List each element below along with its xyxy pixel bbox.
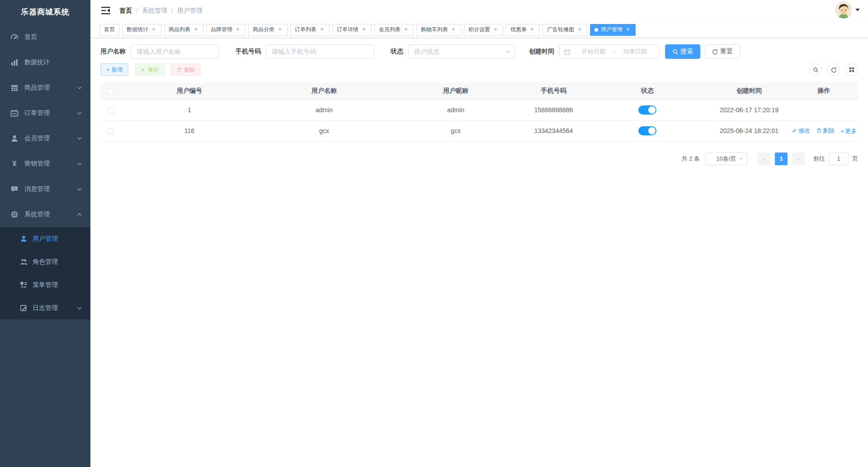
tab-product-category[interactable]: 商品分类×: [248, 24, 288, 36]
refresh-icon: [712, 49, 718, 55]
close-icon[interactable]: ×: [529, 27, 535, 33]
message-icon: [10, 185, 19, 193]
sidebar: 乐器商城系统 首页 数据统计 商品管理: [0, 0, 90, 467]
close-icon[interactable]: ×: [193, 27, 199, 33]
tab-product-list[interactable]: 商品列表×: [164, 24, 203, 36]
breadcrumb-separator: /: [171, 7, 173, 14]
page-size-select[interactable]: 10条/页: [705, 152, 747, 165]
sidebar-item-home[interactable]: 首页: [0, 24, 90, 50]
row-delete-link[interactable]: 删除: [816, 127, 835, 135]
cell-user-phone: 13342344564: [521, 120, 586, 141]
close-icon[interactable]: ×: [625, 27, 631, 33]
add-button[interactable]: + 新增: [100, 63, 128, 76]
chevron-down-icon: [77, 305, 82, 311]
dashboard-icon: [10, 33, 19, 41]
tab-brand-management[interactable]: 品牌管理×: [206, 24, 245, 36]
close-icon[interactable]: ×: [235, 27, 241, 33]
row-checkbox[interactable]: [108, 128, 114, 134]
gear-icon: [10, 210, 19, 219]
close-icon[interactable]: ×: [492, 27, 499, 33]
sidebar-item-menu-management[interactable]: 菜单管理: [0, 273, 90, 296]
row-checkbox[interactable]: [108, 107, 114, 114]
tab-home[interactable]: 首页: [99, 24, 119, 36]
status-select[interactable]: [408, 44, 515, 59]
tab-member-list[interactable]: 会员列表×: [374, 24, 414, 36]
tab-ad-carousel[interactable]: 广告轮播图×: [542, 24, 587, 36]
status-toggle[interactable]: [638, 105, 656, 114]
search-icon: [813, 67, 819, 73]
sidebar-item-label: 会员管理: [24, 134, 50, 143]
sidebar-item-members[interactable]: 会员管理: [0, 126, 90, 151]
breadcrumb: 首页 / 系统管理 / 用户管理: [119, 7, 203, 15]
chevron-down-icon: [739, 156, 744, 161]
cell-user-nick: admin: [391, 100, 521, 120]
close-icon[interactable]: ×: [277, 27, 283, 33]
sidebar-item-stats[interactable]: 数据统计: [0, 50, 90, 75]
close-icon[interactable]: ×: [361, 27, 367, 33]
column-header-created: 创建时间: [708, 82, 790, 100]
sidebar-item-products[interactable]: 商品管理: [0, 75, 90, 100]
page-suffix-label: 页: [852, 155, 858, 163]
column-settings-button[interactable]: [845, 63, 858, 76]
breadcrumb-system[interactable]: 系统管理: [142, 7, 167, 15]
date-start-placeholder: 开始日期: [574, 48, 613, 56]
username-input[interactable]: [131, 44, 219, 59]
close-icon[interactable]: ×: [450, 27, 457, 33]
breadcrumb-home[interactable]: 首页: [119, 7, 132, 15]
tab-order-list[interactable]: 订单列表×: [290, 24, 330, 36]
avatar-caret-down-icon[interactable]: [855, 9, 860, 11]
order-icon: [10, 109, 19, 117]
cell-created-time: 2025-06-24 18:22:01: [708, 120, 790, 141]
page-number-current[interactable]: 1: [775, 152, 788, 165]
sidebar-item-user-management[interactable]: 用户管理: [0, 227, 90, 250]
row-more-link[interactable]: » 更多: [841, 127, 857, 135]
pagination-total: 共 2 条: [682, 155, 700, 163]
tab-coupons[interactable]: 优惠券×: [506, 24, 540, 36]
table-row: 116 gcx gcx 13342344564 2025-06-24 18:22…: [100, 120, 858, 141]
sidebar-item-orders[interactable]: 订单管理: [0, 100, 90, 126]
sidebar-item-marketing[interactable]: ¥ 营销管理: [0, 151, 90, 176]
prev-page-button[interactable]: ‹: [758, 152, 770, 165]
sidebar-item-messages[interactable]: 消息管理: [0, 176, 90, 202]
status-toggle[interactable]: [638, 126, 656, 135]
sidebar-item-system[interactable]: 系统管理: [0, 202, 90, 227]
tab-cart-list[interactable]: 购物车列表×: [416, 24, 461, 36]
cell-user-phone: 15888888886: [521, 100, 586, 120]
row-edit-link[interactable]: 修改: [792, 127, 810, 135]
close-icon[interactable]: ×: [319, 27, 325, 33]
column-header-nick: 用户昵称: [391, 82, 521, 100]
sidebar-item-label: 菜单管理: [33, 281, 58, 289]
tab-order-detail[interactable]: 订单详情×: [332, 24, 372, 36]
column-header-ops: 操作: [790, 82, 858, 100]
sidebar-item-role-management[interactable]: 角色管理: [0, 250, 90, 273]
goto-page-input[interactable]: [829, 152, 849, 165]
phone-input[interactable]: [266, 44, 374, 59]
date-range-picker[interactable]: 开始日期 - 结束日期: [559, 44, 660, 59]
close-icon[interactable]: ×: [151, 27, 157, 33]
sidebar-item-log-management[interactable]: 日志管理: [0, 296, 90, 319]
created-time-label: 创建时间: [529, 48, 554, 56]
cell-created-time: 2022-06-17 17:20:19: [708, 100, 790, 120]
search-icon: [672, 49, 678, 55]
select-all-checkbox[interactable]: [108, 88, 114, 95]
edit-icon: [792, 128, 797, 133]
phone-label: 手机号码: [236, 48, 261, 56]
refresh-table-button[interactable]: [827, 63, 840, 76]
sidebar-item-label: 系统管理: [24, 210, 50, 219]
next-page-button[interactable]: ›: [792, 152, 805, 165]
close-icon[interactable]: ×: [576, 27, 583, 33]
sidebar-item-label: 角色管理: [33, 258, 58, 266]
tab-points-settings[interactable]: 积分设置×: [464, 24, 503, 36]
tab-user-management[interactable]: 用户管理×: [590, 24, 636, 36]
toggle-search-button[interactable]: [809, 63, 822, 76]
status-label: 状态: [391, 48, 403, 56]
edit-icon: [141, 67, 146, 72]
close-icon[interactable]: ×: [403, 27, 409, 33]
search-button[interactable]: 搜索: [665, 44, 700, 59]
sidebar-fold-icon[interactable]: [101, 7, 111, 15]
tab-data-stats[interactable]: 数据统计×: [122, 24, 161, 36]
delete-button[interactable]: 删除: [171, 63, 201, 76]
reset-button[interactable]: 重置: [705, 44, 740, 59]
avatar[interactable]: [835, 1, 852, 19]
edit-button[interactable]: 修改: [135, 63, 165, 76]
